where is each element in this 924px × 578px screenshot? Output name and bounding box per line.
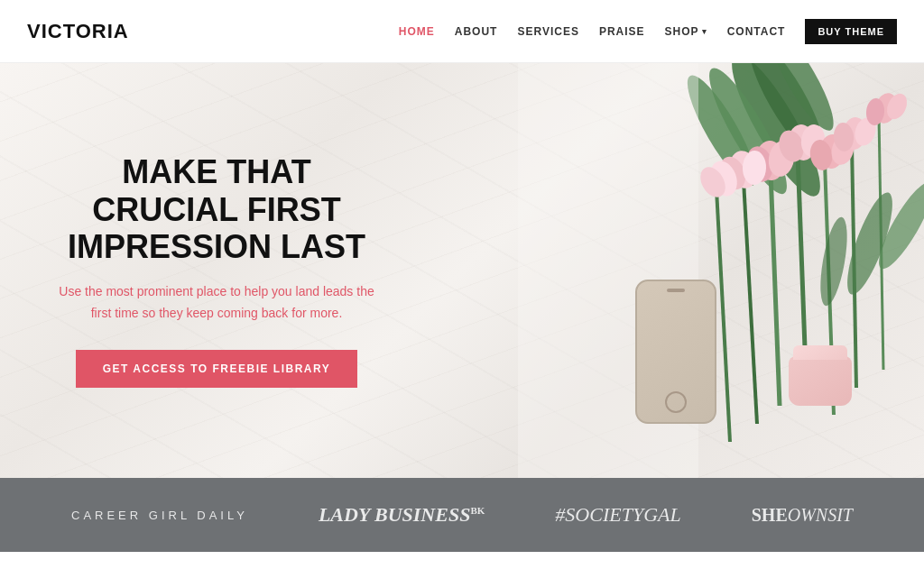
nav-item-contact[interactable]: CONTACT [727,25,786,38]
hero-content: MAKE THAT CRUCIAL FIRST IMPRESSION LAST … [0,153,433,388]
site-header: VICTORIA HOME ABOUT SERVICES PRAISE SHOP… [0,0,924,63]
hero-section: MAKE THAT CRUCIAL FIRST IMPRESSION LAST … [0,63,924,478]
newsletter-section: This is a demo newsletter form it is not… [0,552,924,578]
cream-jar-decoration [789,356,852,406]
svg-point-34 [815,216,852,308]
hero-title: MAKE THAT CRUCIAL FIRST IMPRESSION LAST [54,153,379,265]
jar-lid [793,345,847,360]
nav-item-shop[interactable]: SHOP ▾ [665,25,707,38]
brand-society-gal: #societygal [555,503,680,527]
nav-item-services[interactable]: SERVICES [517,25,578,38]
brand-she-owns-it: sheownsit [752,505,853,526]
nav-item-buy-theme[interactable]: BUY THEME [805,19,897,44]
site-logo[interactable]: VICTORIA [27,20,129,43]
svg-line-8 [744,180,757,424]
cta-button[interactable]: GET ACCESS TO FREEBIE LIBRARY [76,350,357,388]
brands-strip: CAREER GIRL DAILY Lady Businessbk #socie… [0,478,924,552]
main-nav: HOME ABOUT SERVICES PRAISE SHOP ▾ CONTAC… [399,19,897,44]
svg-line-11 [716,189,730,442]
nav-item-about[interactable]: ABOUT [455,25,498,38]
svg-line-5 [771,171,780,406]
nav-item-home[interactable]: HOME [399,25,435,38]
nav-item-praise[interactable]: PRAISE [599,25,645,38]
hero-subtitle: Use the most prominent place to help you… [54,281,379,325]
phone-decoration [635,280,716,424]
brand-career-girl-daily: CAREER GIRL DAILY [71,509,248,522]
brand-lady-business: Lady Businessbk [319,503,485,527]
chevron-down-icon: ▾ [702,27,707,36]
hero-flowers-decoration [518,63,924,478]
